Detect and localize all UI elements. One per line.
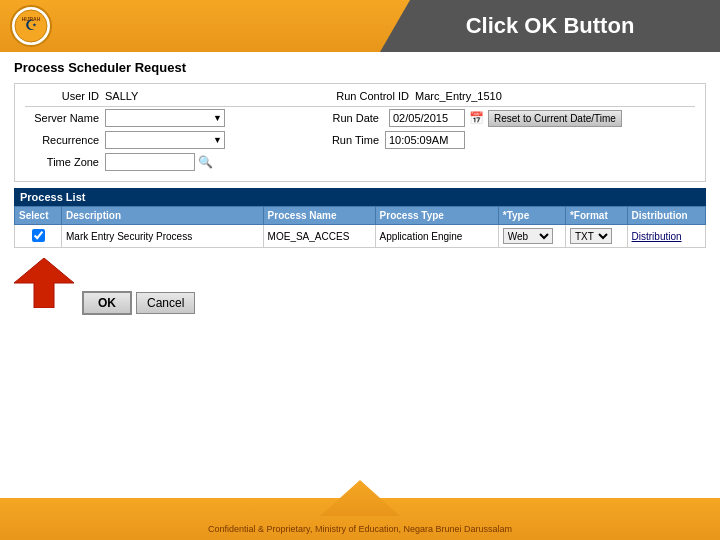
server-name-row: Server Name ▼ Run Date 📅 Reset to Curren… <box>25 109 695 127</box>
row-type: Web Email <box>498 225 565 248</box>
main-content: Process Scheduler Request User ID SALLY … <box>0 52 720 323</box>
cancel-button[interactable]: Cancel <box>136 292 195 314</box>
action-area: OK Cancel <box>14 258 706 315</box>
buttons-row: OK Cancel <box>82 291 195 315</box>
process-list-title: Process List <box>14 188 706 206</box>
row-distribution: Distribution <box>627 225 705 248</box>
col-process-name: Process Name <box>263 207 375 225</box>
recurrence-select-wrap[interactable]: ▼ <box>105 131 225 149</box>
timezone-row: Time Zone 🔍 <box>25 153 695 171</box>
row-description: Mark Entry Security Process <box>62 225 264 248</box>
table-row: Mark Entry Security Process MOE_SA_ACCES… <box>15 225 706 248</box>
col-select: Select <box>15 207 62 225</box>
row-process-name: MOE_SA_ACCES <box>263 225 375 248</box>
col-format: *Format <box>565 207 627 225</box>
server-name-label: Server Name <box>25 112 105 124</box>
svg-marker-3 <box>14 258 74 308</box>
row-checkbox[interactable] <box>32 229 45 242</box>
run-control-id-value: Marc_Entry_1510 <box>415 90 502 102</box>
reset-datetime-button[interactable]: Reset to Current Date/Time <box>488 110 622 127</box>
table-header-row: Select Description Process Name Process … <box>15 207 706 225</box>
header: HIJRAH ☪ Click OK Button <box>0 0 720 52</box>
timezone-label: Time Zone <box>25 156 105 168</box>
col-process-type: Process Type <box>375 207 498 225</box>
col-distribution: Distribution <box>627 207 705 225</box>
header-title-bg: Click OK Button <box>380 0 720 52</box>
run-time-input[interactable] <box>385 131 465 149</box>
col-description: Description <box>62 207 264 225</box>
ok-button[interactable]: OK <box>82 291 132 315</box>
process-table: Select Description Process Name Process … <box>14 206 706 248</box>
user-id-value: SALLY <box>105 90 138 102</box>
server-name-select-wrap[interactable]: ▼ <box>105 109 225 127</box>
page-title: Process Scheduler Request <box>14 60 706 75</box>
row-format: TXT PDF <box>565 225 627 248</box>
server-name-select[interactable] <box>105 109 225 127</box>
recurrence-row: Recurrence ▼ Run Time <box>25 131 695 149</box>
process-list-section: Process List Select Description Process … <box>14 188 706 248</box>
timezone-search-icon[interactable]: 🔍 <box>198 155 213 169</box>
type-select[interactable]: Web Email <box>503 228 553 244</box>
ok-arrow <box>14 258 74 311</box>
logo-area: HIJRAH ☪ <box>10 5 58 47</box>
recurrence-select[interactable] <box>105 131 225 149</box>
calendar-icon[interactable]: 📅 <box>469 111 484 125</box>
run-date-label: Run Date <box>315 112 385 124</box>
header-title: Click OK Button <box>446 5 655 47</box>
recurrence-label: Recurrence <box>25 134 105 146</box>
user-id-label: User ID <box>25 90 105 102</box>
form-area: User ID SALLY Run Control ID Marc_Entry_… <box>14 83 706 182</box>
bottom-decoration: Confidential & Proprietary, Ministry of … <box>0 498 720 540</box>
run-control-id-label: Run Control ID <box>315 90 415 102</box>
user-id-row: User ID SALLY Run Control ID Marc_Entry_… <box>25 90 695 102</box>
distribution-link[interactable]: Distribution <box>632 231 682 242</box>
footer-text: Confidential & Proprietary, Ministry of … <box>0 524 720 534</box>
row-process-type: Application Engine <box>375 225 498 248</box>
row-select-cell <box>15 225 62 248</box>
timezone-input[interactable] <box>105 153 195 171</box>
logo: HIJRAH ☪ <box>10 5 52 47</box>
run-time-label: Run Time <box>315 134 385 146</box>
svg-text:☪: ☪ <box>25 17 38 33</box>
run-date-input[interactable] <box>389 109 465 127</box>
col-type: *Type <box>498 207 565 225</box>
format-select[interactable]: TXT PDF <box>570 228 612 244</box>
